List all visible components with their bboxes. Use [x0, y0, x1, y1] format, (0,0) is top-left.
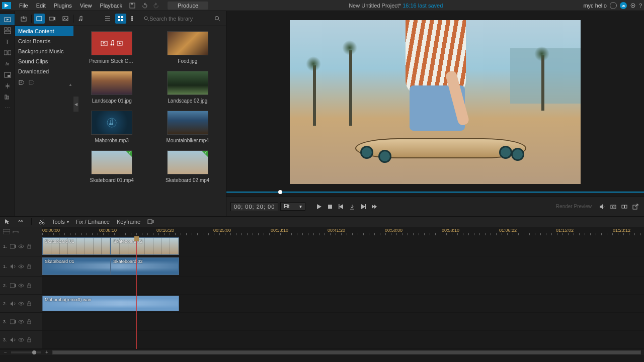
pip-room-icon[interactable]: [0, 69, 15, 80]
zoom-slider[interactable]: [11, 351, 41, 353]
library-item[interactable]: Skateboard 01.mp4: [82, 150, 142, 183]
category-background-music[interactable]: Background Music: [15, 46, 73, 56]
menu-file[interactable]: File: [15, 3, 32, 9]
timeline-clip[interactable]: Skateboard 02: [111, 257, 179, 275]
track-visible-icon[interactable]: [18, 243, 24, 249]
tag-remove-icon[interactable]: −: [28, 79, 35, 86]
library-search-input[interactable]: [149, 16, 210, 22]
view-detail-icon[interactable]: [128, 14, 139, 24]
record-icon[interactable]: [348, 202, 357, 211]
track-lock-icon[interactable]: [26, 301, 32, 307]
track-visible-icon[interactable]: [18, 283, 24, 289]
collapse-categories-icon[interactable]: ◀: [73, 97, 78, 112]
view-list-icon[interactable]: [102, 14, 113, 24]
transition-room-icon[interactable]: [0, 47, 15, 58]
track-lane[interactable]: Skateboard 01Skateboard 02: [42, 256, 644, 276]
library-item[interactable]: Skateboard 02.mp4: [157, 150, 218, 183]
undo-icon[interactable]: [138, 3, 150, 9]
menu-view[interactable]: View: [76, 3, 96, 9]
category-downloaded[interactable]: Downloaded: [15, 66, 73, 76]
next-frame-icon[interactable]: [359, 202, 368, 211]
settings-icon[interactable]: [630, 3, 636, 9]
search-submit-icon[interactable]: [212, 14, 223, 24]
library-item[interactable]: Landscape 02.jpg: [157, 71, 218, 104]
link-tool-icon[interactable]: [17, 219, 24, 225]
more-timeline-icon[interactable]: [147, 219, 154, 225]
menu-edit[interactable]: Edit: [32, 3, 50, 9]
view-grid-icon[interactable]: [115, 14, 126, 24]
more-rooms-icon[interactable]: ⋯: [0, 103, 15, 114]
tag-add-icon[interactable]: +: [18, 79, 25, 86]
filter-all-icon[interactable]: [34, 14, 45, 24]
timecode-display[interactable]: 00; 00; 20; 00: [230, 202, 278, 211]
timeline-markers-icon[interactable]: [12, 229, 19, 234]
fix-enhance-button[interactable]: Fix / Enhance: [76, 219, 110, 225]
category-sound-clips[interactable]: Sound Clips: [15, 56, 73, 66]
cut-tool-icon[interactable]: [39, 219, 45, 225]
prev-frame-icon[interactable]: [337, 202, 346, 211]
timeline-clip[interactable]: Skateboard 01: [42, 237, 111, 255]
timeline-ruler[interactable]: 00:00:0000:08:1000:16:2000:25:0000:33:10…: [42, 227, 644, 236]
help-icon[interactable]: ?: [639, 3, 642, 9]
track-lane[interactable]: Skateboard 01Skateboard 02: [42, 236, 644, 256]
track-lane[interactable]: [42, 313, 644, 330]
timeline-clip[interactable]: Skateboard 02: [111, 237, 179, 255]
dual-preview-icon[interactable]: [620, 202, 629, 211]
track-lock-icon[interactable]: [26, 283, 32, 289]
preview-seekbar[interactable]: [226, 188, 644, 196]
track-lock-icon[interactable]: [26, 263, 32, 269]
preview-frame[interactable]: [290, 20, 581, 184]
track-lane[interactable]: Mahoroba(remix0).wav: [42, 295, 644, 312]
timeline-hscroll[interactable]: [52, 350, 641, 354]
tools-menu[interactable]: Tools ▾: [52, 219, 69, 225]
particle-room-icon[interactable]: [0, 80, 15, 92]
timeline-view-icon[interactable]: [3, 229, 10, 234]
library-item[interactable]: Premium Stock Cont...: [82, 31, 142, 64]
track-visible-icon[interactable]: [18, 319, 24, 325]
zoom-in-icon[interactable]: +: [44, 350, 49, 355]
timeline-clip[interactable]: Mahoroba(remix0).wav: [42, 296, 179, 311]
layout-room-icon[interactable]: [0, 25, 15, 36]
library-item[interactable]: Mountainbiker.mp4: [157, 111, 218, 143]
zoom-out-icon[interactable]: −: [3, 350, 8, 355]
fast-forward-icon[interactable]: [370, 202, 379, 211]
track-visible-icon[interactable]: [18, 301, 24, 307]
timeline-clip[interactable]: Skateboard 01: [42, 257, 111, 275]
track-lane[interactable]: [42, 277, 644, 294]
track-visible-icon[interactable]: [18, 337, 24, 343]
filter-video-icon[interactable]: [47, 14, 58, 24]
filter-audio-icon[interactable]: [75, 14, 87, 24]
playhead[interactable]: [136, 236, 137, 349]
user-avatar-icon[interactable]: [610, 2, 617, 9]
track-lane[interactable]: [42, 331, 644, 348]
stop-icon[interactable]: [326, 202, 335, 211]
category-collapse-icon[interactable]: ▲: [68, 82, 72, 87]
track-lock-icon[interactable]: [26, 243, 32, 249]
track-lock-icon[interactable]: [26, 319, 32, 325]
category-media-content[interactable]: Media Content: [15, 26, 73, 36]
app-logo[interactable]: [2, 2, 11, 9]
audio-room-icon[interactable]: [0, 92, 15, 103]
play-icon[interactable]: [314, 202, 324, 211]
redo-icon[interactable]: [150, 3, 163, 9]
import-icon[interactable]: [18, 14, 29, 24]
track-visible-icon[interactable]: [18, 263, 24, 269]
mute-icon[interactable]: [598, 202, 607, 211]
fx-room-icon[interactable]: fx: [0, 58, 15, 69]
snapshot-icon[interactable]: [609, 202, 618, 211]
keyframe-button[interactable]: Keyframe: [117, 219, 140, 225]
menu-playback[interactable]: Playback: [96, 3, 126, 9]
library-item[interactable]: Landscape 01.jpg: [82, 71, 142, 104]
media-room-icon[interactable]: [0, 14, 15, 25]
library-item[interactable]: Mahoroba.mp3: [82, 111, 142, 143]
popout-icon[interactable]: [631, 202, 640, 211]
pointer-tool-icon[interactable]: [4, 219, 10, 225]
category-color-boards[interactable]: Color Boards: [15, 36, 73, 46]
zoom-fit-select[interactable]: Fit▾: [280, 202, 305, 211]
save-icon[interactable]: [126, 3, 138, 9]
library-item[interactable]: Food.jpg: [157, 31, 218, 64]
title-room-icon[interactable]: T: [0, 36, 15, 47]
produce-button[interactable]: Produce: [168, 2, 208, 10]
cloud-icon[interactable]: ☁: [620, 2, 627, 9]
track-lock-icon[interactable]: [26, 337, 32, 343]
